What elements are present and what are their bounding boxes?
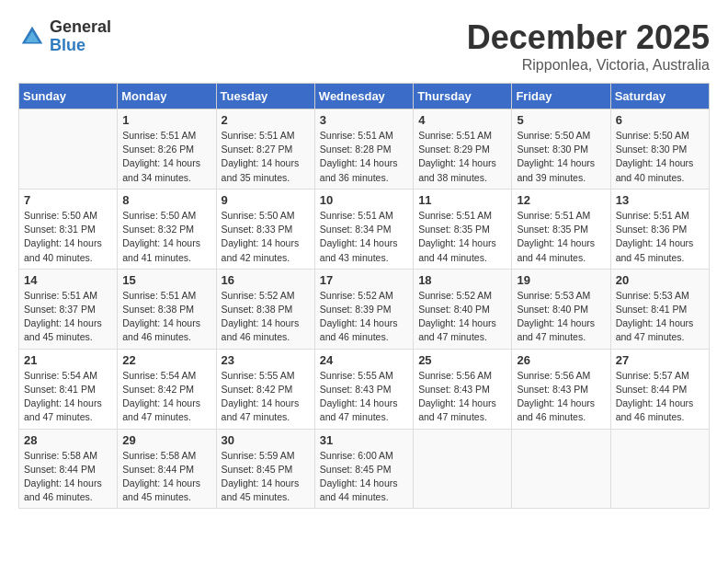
cell-info: Sunrise: 5:51 AM Sunset: 8:35 PM Dayligh… — [517, 209, 605, 265]
location-subtitle: Ripponlea, Victoria, Australia — [467, 57, 710, 74]
cell-w1d2: 1Sunrise: 5:51 AM Sunset: 8:26 PM Daylig… — [118, 109, 216, 190]
day-number: 27 — [616, 353, 704, 367]
cell-info: Sunrise: 5:55 AM Sunset: 8:42 PM Dayligh… — [222, 369, 310, 425]
day-number: 23 — [222, 353, 310, 367]
cell-info: Sunrise: 5:51 AM Sunset: 8:28 PM Dayligh… — [320, 129, 408, 185]
title-block: December 2025 Ripponlea, Victoria, Austr… — [467, 18, 710, 74]
day-number: 16 — [222, 273, 310, 287]
calendar-header: SundayMondayTuesdayWednesdayThursdayFrid… — [19, 84, 710, 109]
logo-line1: General — [50, 18, 111, 37]
page-header: General Blue December 2025 Ripponlea, Vi… — [18, 18, 710, 74]
month-title: December 2025 — [467, 18, 710, 57]
cell-w5d7 — [610, 429, 709, 509]
day-number: 11 — [418, 193, 506, 207]
cell-info: Sunrise: 5:50 AM Sunset: 8:32 PM Dayligh… — [122, 209, 210, 265]
day-number: 22 — [122, 353, 210, 367]
cell-info: Sunrise: 5:51 AM Sunset: 8:36 PM Dayligh… — [616, 209, 704, 265]
day-number: 30 — [222, 433, 310, 447]
cell-w4d6: 26Sunrise: 5:56 AM Sunset: 8:43 PM Dayli… — [512, 349, 610, 429]
cell-w3d4: 17Sunrise: 5:52 AM Sunset: 8:39 PM Dayli… — [314, 269, 413, 349]
day-number: 14 — [24, 273, 112, 287]
cell-info: Sunrise: 5:56 AM Sunset: 8:43 PM Dayligh… — [517, 369, 605, 425]
header-wednesday: Wednesday — [314, 84, 413, 109]
cell-info: Sunrise: 5:51 AM Sunset: 8:38 PM Dayligh… — [122, 289, 210, 345]
week-row-1: 1Sunrise: 5:51 AM Sunset: 8:26 PM Daylig… — [19, 109, 710, 190]
cell-w2d5: 11Sunrise: 5:51 AM Sunset: 8:35 PM Dayli… — [414, 189, 512, 269]
cell-w2d6: 12Sunrise: 5:51 AM Sunset: 8:35 PM Dayli… — [512, 189, 610, 269]
day-number: 28 — [24, 433, 112, 447]
cell-info: Sunrise: 5:51 AM Sunset: 8:26 PM Dayligh… — [122, 129, 210, 185]
cell-w5d5 — [414, 429, 512, 509]
day-number: 25 — [418, 353, 506, 367]
cell-w4d1: 21Sunrise: 5:54 AM Sunset: 8:41 PM Dayli… — [19, 349, 118, 429]
day-number: 3 — [320, 113, 408, 127]
cell-w4d7: 27Sunrise: 5:57 AM Sunset: 8:44 PM Dayli… — [610, 349, 709, 429]
cell-w3d3: 16Sunrise: 5:52 AM Sunset: 8:38 PM Dayli… — [216, 269, 314, 349]
cell-w3d6: 19Sunrise: 5:53 AM Sunset: 8:40 PM Dayli… — [512, 269, 610, 349]
day-number: 31 — [320, 433, 408, 447]
day-number: 26 — [517, 353, 605, 367]
cell-info: Sunrise: 5:58 AM Sunset: 8:44 PM Dayligh… — [24, 449, 112, 505]
cell-w1d6: 5Sunrise: 5:50 AM Sunset: 8:30 PM Daylig… — [512, 109, 610, 190]
cell-info: Sunrise: 5:52 AM Sunset: 8:39 PM Dayligh… — [320, 289, 408, 345]
cell-info: Sunrise: 5:51 AM Sunset: 8:27 PM Dayligh… — [222, 129, 310, 185]
day-number: 5 — [517, 113, 605, 127]
cell-info: Sunrise: 5:58 AM Sunset: 8:44 PM Dayligh… — [122, 449, 210, 505]
cell-w2d7: 13Sunrise: 5:51 AM Sunset: 8:36 PM Dayli… — [610, 189, 709, 269]
cell-w2d2: 8Sunrise: 5:50 AM Sunset: 8:32 PM Daylig… — [118, 189, 216, 269]
day-number: 20 — [616, 273, 704, 287]
cell-w4d2: 22Sunrise: 5:54 AM Sunset: 8:42 PM Dayli… — [118, 349, 216, 429]
logo-icon — [18, 23, 46, 51]
cell-info: Sunrise: 5:54 AM Sunset: 8:41 PM Dayligh… — [24, 369, 112, 425]
cell-w4d5: 25Sunrise: 5:56 AM Sunset: 8:43 PM Dayli… — [414, 349, 512, 429]
cell-info: Sunrise: 5:56 AM Sunset: 8:43 PM Dayligh… — [418, 369, 506, 425]
day-number: 6 — [616, 113, 704, 127]
header-sunday: Sunday — [19, 84, 118, 109]
cell-w3d1: 14Sunrise: 5:51 AM Sunset: 8:37 PM Dayli… — [19, 269, 118, 349]
day-number: 29 — [122, 433, 210, 447]
day-number: 15 — [122, 273, 210, 287]
cell-w2d1: 7Sunrise: 5:50 AM Sunset: 8:31 PM Daylig… — [19, 189, 118, 269]
week-row-4: 21Sunrise: 5:54 AM Sunset: 8:41 PM Dayli… — [19, 349, 710, 429]
cell-w4d4: 24Sunrise: 5:55 AM Sunset: 8:43 PM Dayli… — [314, 349, 413, 429]
day-number: 24 — [320, 353, 408, 367]
day-number: 13 — [616, 193, 704, 207]
cell-info: Sunrise: 5:50 AM Sunset: 8:30 PM Dayligh… — [517, 129, 605, 185]
cell-w1d1 — [19, 109, 118, 190]
header-monday: Monday — [118, 84, 216, 109]
cell-w3d7: 20Sunrise: 5:53 AM Sunset: 8:41 PM Dayli… — [610, 269, 709, 349]
cell-info: Sunrise: 5:57 AM Sunset: 8:44 PM Dayligh… — [616, 369, 704, 425]
day-number: 10 — [320, 193, 408, 207]
day-number: 1 — [122, 113, 210, 127]
day-number: 9 — [222, 193, 310, 207]
week-row-2: 7Sunrise: 5:50 AM Sunset: 8:31 PM Daylig… — [19, 189, 710, 269]
cell-info: Sunrise: 5:50 AM Sunset: 8:33 PM Dayligh… — [222, 209, 310, 265]
cell-w5d6 — [512, 429, 610, 509]
cell-w1d4: 3Sunrise: 5:51 AM Sunset: 8:28 PM Daylig… — [314, 109, 413, 190]
cell-info: Sunrise: 5:53 AM Sunset: 8:41 PM Dayligh… — [616, 289, 704, 345]
cell-info: Sunrise: 5:54 AM Sunset: 8:42 PM Dayligh… — [122, 369, 210, 425]
cell-info: Sunrise: 5:52 AM Sunset: 8:40 PM Dayligh… — [418, 289, 506, 345]
header-saturday: Saturday — [610, 84, 709, 109]
week-row-5: 28Sunrise: 5:58 AM Sunset: 8:44 PM Dayli… — [19, 429, 710, 509]
cell-info: Sunrise: 5:52 AM Sunset: 8:38 PM Dayligh… — [222, 289, 310, 345]
cell-info: Sunrise: 5:51 AM Sunset: 8:29 PM Dayligh… — [418, 129, 506, 185]
cell-info: Sunrise: 6:00 AM Sunset: 8:45 PM Dayligh… — [320, 449, 408, 505]
day-number: 8 — [122, 193, 210, 207]
cell-info: Sunrise: 5:51 AM Sunset: 8:35 PM Dayligh… — [418, 209, 506, 265]
day-number: 2 — [222, 113, 310, 127]
day-number: 7 — [24, 193, 112, 207]
day-number: 4 — [418, 113, 506, 127]
header-tuesday: Tuesday — [216, 84, 314, 109]
header-thursday: Thursday — [414, 84, 512, 109]
logo: General Blue — [18, 18, 111, 55]
cell-info: Sunrise: 5:50 AM Sunset: 8:30 PM Dayligh… — [616, 129, 704, 185]
cell-w2d4: 10Sunrise: 5:51 AM Sunset: 8:34 PM Dayli… — [314, 189, 413, 269]
cell-info: Sunrise: 5:55 AM Sunset: 8:43 PM Dayligh… — [320, 369, 408, 425]
cell-info: Sunrise: 5:51 AM Sunset: 8:34 PM Dayligh… — [320, 209, 408, 265]
cell-w5d4: 31Sunrise: 6:00 AM Sunset: 8:45 PM Dayli… — [314, 429, 413, 509]
day-number: 18 — [418, 273, 506, 287]
logo-line2: Blue — [50, 37, 111, 55]
cell-w5d2: 29Sunrise: 5:58 AM Sunset: 8:44 PM Dayli… — [118, 429, 216, 509]
cell-info: Sunrise: 5:59 AM Sunset: 8:45 PM Dayligh… — [222, 449, 310, 505]
